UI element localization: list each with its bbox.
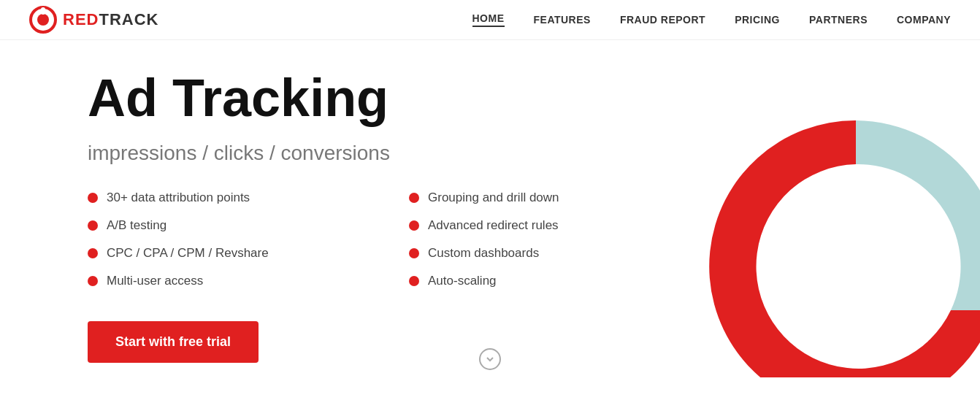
nav-company[interactable]: COMPANY (897, 14, 951, 26)
nav-features[interactable]: FEATURES (534, 14, 591, 26)
feature-label-1: 30+ data attribution points (107, 191, 250, 205)
logo-icon (29, 6, 57, 34)
feature-dot-8 (409, 276, 419, 286)
feature-dot-3 (88, 248, 98, 258)
nav-pricing[interactable]: PRICING (735, 14, 780, 26)
nav-fraud-report[interactable]: FRAUD REPORT (620, 14, 705, 26)
feature-label-2: A/B testing (107, 218, 166, 233)
features-grid: 30+ data attribution points Grouping and… (88, 191, 686, 288)
donut-svg (688, 62, 980, 377)
feature-dot-6 (409, 220, 419, 231)
feature-item-7: Custom dashboards (409, 246, 686, 261)
feature-label-7: Custom dashboards (428, 246, 539, 261)
scroll-indicator[interactable] (479, 348, 501, 370)
feature-label-6: Advanced redirect rules (428, 218, 559, 233)
feature-item-2: A/B testing (88, 218, 365, 233)
hero-section: Ad Tracking impressions / clicks / conve… (0, 40, 980, 377)
nav-partners[interactable]: PARTNERS (809, 14, 868, 26)
logo[interactable]: REDTRACK (29, 6, 158, 34)
svg-rect-2 (41, 7, 45, 15)
feature-item-4: Multi-user access (88, 274, 365, 288)
feature-item-3: CPC / CPA / CPM / Revshare (88, 246, 365, 261)
hero-content: Ad Tracking impressions / clicks / conve… (88, 69, 686, 363)
feature-label-3: CPC / CPA / CPM / Revshare (107, 246, 269, 261)
feature-item-5: Grouping and drill down (409, 191, 686, 205)
chevron-down-icon (486, 355, 494, 364)
feature-item-8: Auto-scaling (409, 274, 686, 288)
feature-label-4: Multi-user access (107, 274, 203, 288)
feature-dot-7 (409, 248, 419, 258)
chart-center-hole (779, 197, 933, 350)
feature-label-8: Auto-scaling (428, 274, 497, 288)
hero-title: Ad Tracking (88, 69, 686, 127)
feature-dot-1 (88, 193, 98, 203)
feature-item-1: 30+ data attribution points (88, 191, 365, 205)
feature-dot-4 (88, 276, 98, 286)
nav-home[interactable]: HOME (472, 12, 505, 27)
feature-label-5: Grouping and drill down (428, 191, 559, 205)
svg-point-1 (37, 14, 49, 26)
hero-subtitle: impressions / clicks / conversions (88, 142, 686, 165)
logo-text: REDTRACK (63, 10, 158, 29)
cta-button[interactable]: Start with free trial (88, 321, 259, 363)
feature-dot-2 (88, 220, 98, 231)
donut-chart (688, 62, 980, 377)
navbar: REDTRACK HOME FEATURES FRAUD REPORT PRIC… (0, 0, 980, 40)
feature-dot-5 (409, 193, 419, 203)
nav-links: HOME FEATURES FRAUD REPORT PRICING PARTN… (472, 12, 952, 27)
feature-item-6: Advanced redirect rules (409, 218, 686, 233)
